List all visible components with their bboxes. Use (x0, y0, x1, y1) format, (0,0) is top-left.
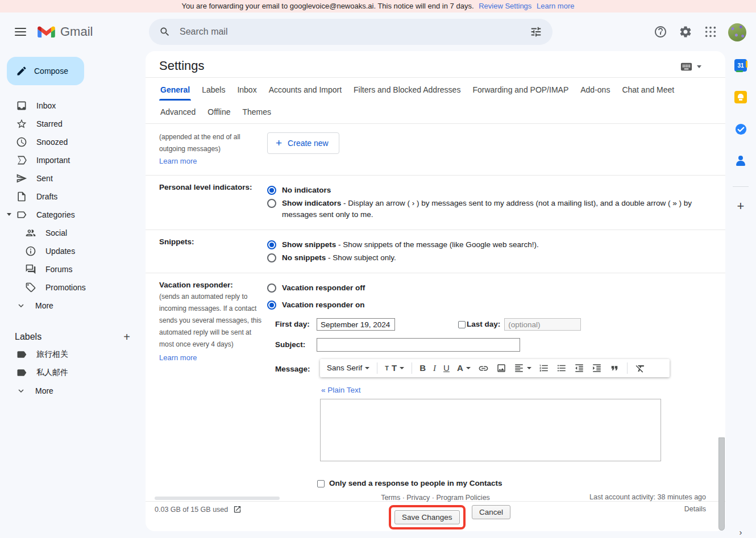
tab-forwarding[interactable]: Forwarding and POP/IMAP (471, 79, 570, 101)
sidebar-item-categories[interactable]: Categories (0, 206, 146, 224)
contacts-icon[interactable] (725, 155, 756, 167)
add-label-icon[interactable]: + (121, 331, 133, 343)
signature-learn-more-link[interactable]: Learn more (159, 157, 197, 165)
tabs-row-2: Advanced Offline Themes (159, 101, 712, 123)
vacation-on-option[interactable]: Vacation responder on (267, 299, 712, 311)
privacy-link[interactable]: Privacy (406, 494, 430, 502)
tab-advanced[interactable]: Advanced (159, 101, 197, 123)
search-options-icon[interactable] (530, 26, 542, 38)
sidebar-item-drafts[interactable]: Drafts (0, 187, 146, 206)
last-day-checkbox[interactable] (458, 321, 466, 328)
search-bar[interactable] (149, 19, 553, 45)
main-menu-icon[interactable] (13, 24, 28, 40)
tasks-icon[interactable] (725, 123, 756, 136)
show-snippets-option[interactable]: Show snippets - Show snippets of the mes… (267, 239, 712, 251)
tab-addons[interactable]: Add-ons (579, 79, 611, 101)
quote-button[interactable] (609, 363, 620, 373)
keyboard-icon[interactable] (680, 60, 693, 73)
calendar-icon[interactable]: 31 (725, 59, 756, 72)
sidebar-label-travel[interactable]: 旅行相关 (0, 345, 146, 364)
program-policies-link[interactable]: Program Policies (436, 494, 489, 502)
sidebar-item-updates[interactable]: Updates (0, 242, 146, 260)
underline-button[interactable]: U (443, 362, 450, 374)
get-addons-icon[interactable]: + (725, 199, 756, 214)
numbered-list-button[interactable] (539, 363, 549, 373)
radio-unselected-icon[interactable] (267, 199, 276, 208)
vacation-message-textarea[interactable] (320, 399, 661, 461)
sidebar-item-social[interactable]: Social (0, 224, 146, 242)
sidebar-item-sent[interactable]: Sent (0, 169, 146, 187)
compose-button[interactable]: Compose (7, 57, 84, 85)
create-new-signature-button[interactable]: + Create new (267, 132, 339, 154)
sidebar-item-snoozed[interactable]: Snoozed (0, 133, 146, 151)
send-icon (16, 173, 27, 184)
sidebar-item-important[interactable]: Important (0, 151, 146, 169)
chevron-down-icon (16, 301, 26, 311)
search-input[interactable] (178, 26, 530, 37)
last-day-label: Last day: (467, 319, 500, 330)
plain-text-link[interactable]: « Plain Text (321, 386, 361, 394)
sidebar-item-forums[interactable]: Forums (0, 260, 146, 278)
radio-unselected-icon[interactable] (267, 253, 276, 262)
bulleted-list-button[interactable] (556, 363, 567, 373)
input-tools-control[interactable] (680, 60, 701, 73)
tab-accounts-import[interactable]: Accounts and Import (268, 79, 343, 101)
caret-down-icon[interactable] (697, 65, 701, 68)
plus-icon: + (276, 139, 282, 147)
tab-offline[interactable]: Offline (206, 101, 231, 123)
radio-selected-icon[interactable] (267, 301, 276, 310)
help-icon[interactable] (653, 24, 668, 39)
insert-link-button[interactable] (478, 363, 489, 374)
italic-button[interactable]: I (433, 362, 436, 374)
tab-inbox[interactable]: Inbox (236, 79, 257, 101)
no-snippets-option[interactable]: No snippets - Show subject only. (267, 252, 712, 264)
review-settings-link[interactable]: Review Settings (479, 2, 531, 10)
font-size-button[interactable]: TT (385, 362, 404, 374)
sidebar-item-label: Inbox (36, 101, 56, 110)
first-day-input[interactable] (317, 318, 395, 331)
radio-selected-icon[interactable] (267, 186, 276, 195)
settings-card: Settings General Labels Inbox Accounts a… (146, 51, 725, 531)
vertical-scrollbar[interactable] (718, 437, 725, 531)
sidebar-label-personal[interactable]: 私人邮件 (0, 364, 146, 382)
expander-caret-icon[interactable] (7, 213, 11, 216)
radio-selected-icon[interactable] (267, 240, 276, 249)
hide-panel-chevron-icon[interactable]: › (725, 527, 756, 537)
sidebar-labels-more[interactable]: More (0, 382, 146, 400)
sidebar-item-label: More (35, 301, 53, 310)
no-indicators-option[interactable]: No indicators (267, 185, 712, 196)
tab-labels[interactable]: Labels (201, 79, 226, 101)
google-apps-icon[interactable] (703, 24, 718, 39)
font-family-select[interactable]: Sans Serif (327, 362, 369, 374)
indent-increase-button[interactable] (592, 363, 602, 373)
last-day-input[interactable] (504, 318, 581, 331)
insert-image-button[interactable] (496, 363, 506, 373)
learn-more-link[interactable]: Learn more (537, 2, 574, 10)
sidebar-item-starred[interactable]: Starred (0, 115, 146, 133)
sidebar-item-promotions[interactable]: Promotions (0, 278, 146, 297)
search-icon[interactable] (159, 26, 171, 37)
open-in-new-icon[interactable] (233, 505, 242, 514)
terms-link[interactable]: Terms (381, 494, 400, 502)
details-link[interactable]: Details (684, 505, 706, 513)
tab-chat-meet[interactable]: Chat and Meet (621, 79, 675, 101)
sidebar-item-inbox[interactable]: Inbox (0, 97, 146, 115)
tab-general[interactable]: General (159, 79, 191, 101)
toolbar-divider (412, 362, 412, 374)
account-avatar[interactable] (728, 23, 746, 41)
remove-formatting-button[interactable] (635, 363, 646, 374)
tab-filters[interactable]: Filters and Blocked Addresses (352, 79, 462, 101)
show-indicators-option[interactable]: Show indicators - Display an arrow ( › )… (267, 198, 712, 220)
vacation-learn-more-link[interactable]: Learn more (159, 353, 197, 362)
indent-decrease-button[interactable] (574, 363, 584, 373)
settings-gear-icon[interactable] (678, 24, 693, 39)
bold-button[interactable]: B (419, 362, 426, 374)
vacation-off-option[interactable]: Vacation responder off (267, 282, 712, 294)
subject-input[interactable] (317, 338, 520, 352)
text-color-button[interactable]: A (457, 362, 471, 374)
radio-unselected-icon[interactable] (267, 283, 276, 293)
keep-icon[interactable] (725, 91, 756, 103)
align-button[interactable] (514, 363, 531, 373)
tab-themes[interactable]: Themes (242, 101, 273, 123)
sidebar-item-more[interactable]: More (0, 297, 146, 315)
